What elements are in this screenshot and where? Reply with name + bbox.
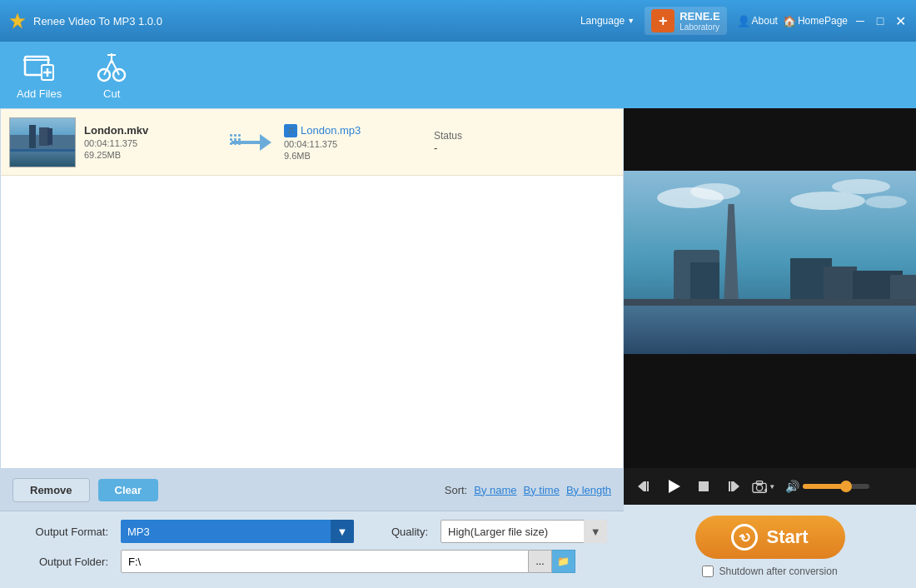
camera-icon: [752, 479, 767, 494]
open-folder-button[interactable]: 📁: [552, 550, 575, 573]
svg-marker-28: [734, 481, 739, 491]
output-file-info: 🎵 London.mp3 00:04:11.375 9.6MB: [284, 124, 434, 161]
settings-area: Output Format: MP3 AAC OGG ▼ Quality: Hi…: [0, 511, 624, 588]
building-2: [690, 262, 719, 304]
homepage-button[interactable]: 🏠 HomePage: [783, 15, 848, 27]
stop-button[interactable]: [692, 475, 715, 498]
about-button[interactable]: 👤 About: [737, 15, 778, 27]
svg-rect-25: [647, 481, 649, 491]
folder-path-input[interactable]: [121, 550, 529, 573]
volume-thumb[interactable]: [840, 481, 852, 492]
source-filename: London.mkv: [84, 124, 217, 137]
svg-rect-30: [729, 481, 730, 491]
renee-cross-icon: +: [651, 9, 675, 32]
svg-marker-23: [638, 481, 644, 491]
quality-select[interactable]: High(Larger file size) Medium Low(Smalle…: [441, 520, 607, 543]
app-logo-icon: [8, 12, 27, 30]
format-select[interactable]: MP3 AAC OGG: [121, 520, 354, 543]
skip-back-button[interactable]: [632, 475, 655, 498]
maximize-button[interactable]: □: [873, 13, 888, 28]
renee-name-text: RENE.E: [680, 10, 719, 22]
about-person-icon: 👤: [737, 15, 750, 27]
svg-marker-26: [669, 480, 680, 493]
svg-rect-15: [234, 134, 236, 137]
camera-button[interactable]: ▼: [752, 475, 775, 498]
sort-by-length-button[interactable]: By length: [566, 484, 611, 496]
cloud-2: [690, 183, 740, 200]
volume-icon: 🔊: [785, 480, 799, 493]
play-icon: [665, 478, 682, 495]
skip-forward-icon: [726, 479, 741, 494]
right-panel: ▼ 🔊 ↻ Start Shutdown after conversion: [624, 108, 916, 588]
svg-rect-18: [234, 138, 236, 141]
output-filename: 🎵 London.mp3: [284, 124, 434, 137]
titlebar: Renee Video To MP3 1.0.0 Language ▼ + RE…: [0, 0, 916, 42]
add-files-button[interactable]: Add Files: [17, 51, 62, 100]
clear-button[interactable]: Clear: [98, 479, 159, 501]
refresh-icon: ↻: [731, 524, 758, 551]
source-file-info: London.mkv 00:04:11.375 69.25MB: [84, 124, 217, 160]
minimize-button[interactable]: ─: [853, 13, 868, 28]
language-label: Language: [580, 15, 625, 27]
svg-rect-29: [731, 481, 734, 491]
file-controls-bar: Remove Clear Sort: By name By time By le…: [0, 469, 624, 511]
svg-rect-21: [234, 142, 236, 145]
browse-folder-button[interactable]: ...: [529, 550, 552, 573]
file-list: London.mkv 00:04:11.375 69.25MB: [0, 108, 624, 469]
shutdown-checkbox[interactable]: [702, 566, 714, 577]
sort-by-name-button[interactable]: By name: [474, 484, 516, 496]
main-area: London.mkv 00:04:11.375 69.25MB: [0, 108, 916, 588]
skip-back-icon: [636, 479, 651, 494]
status-label: Status: [434, 130, 615, 142]
svg-marker-13: [260, 134, 271, 151]
arrow-icon: [230, 132, 271, 152]
format-select-wrapper: MP3 AAC OGG ▼: [121, 520, 354, 543]
toolbar: Add Files Cut: [0, 42, 916, 108]
cloud-5: [865, 196, 907, 208]
file-status-area: Status -: [434, 130, 615, 154]
svg-point-32: [757, 485, 763, 491]
stop-icon: [697, 480, 710, 493]
output-format-label: Output Format:: [17, 526, 108, 538]
output-folder-row: Output Folder: ... 📁: [17, 550, 607, 573]
renee-lab-text: Laboratory: [680, 22, 719, 32]
left-panel: London.mkv 00:04:11.375 69.25MB: [0, 108, 624, 588]
svg-rect-24: [644, 481, 646, 491]
folder-input-wrapper: ... 📁: [121, 550, 575, 573]
skip-forward-button[interactable]: [722, 475, 745, 498]
cut-icon: [95, 51, 128, 84]
volume-control: 🔊: [785, 480, 869, 493]
folder-open-icon: 📁: [557, 556, 570, 567]
water-area: [624, 300, 916, 354]
video-black-bottom: [624, 354, 916, 416]
output-duration: 00:04:11.375: [284, 139, 434, 149]
table-row[interactable]: London.mkv 00:04:11.375 69.25MB: [1, 109, 623, 176]
app-title: Renee Video To MP3 1.0.0: [33, 15, 162, 27]
video-black-top: [624, 108, 916, 171]
cut-button[interactable]: Cut: [95, 51, 128, 100]
start-label: Start: [766, 526, 808, 548]
remove-button[interactable]: Remove: [12, 478, 90, 502]
close-button[interactable]: ✕: [893, 13, 908, 28]
source-size: 69.25MB: [84, 150, 217, 160]
sort-by-time-button[interactable]: By time: [524, 484, 560, 496]
svg-rect-27: [699, 481, 709, 491]
svg-rect-20: [230, 142, 232, 145]
quality-select-wrapper: High(Larger file size) Medium Low(Smalle…: [441, 520, 607, 543]
svg-rect-14: [230, 134, 232, 137]
play-button[interactable]: [662, 475, 685, 498]
quality-label: Quality:: [391, 526, 428, 538]
sort-label: Sort:: [445, 484, 467, 496]
start-button[interactable]: ↻ Start: [695, 516, 845, 559]
cloud-4: [832, 179, 890, 194]
language-button[interactable]: Language ▼: [580, 15, 635, 27]
mp3-file-icon: 🎵: [284, 124, 297, 137]
video-frame: [624, 171, 916, 354]
volume-track[interactable]: [803, 484, 869, 489]
language-chevron-icon: ▼: [627, 17, 635, 25]
sort-area: Sort: By name By time By length: [445, 484, 611, 496]
svg-rect-16: [238, 134, 241, 137]
shard-building: [724, 204, 739, 304]
svg-marker-0: [10, 13, 25, 28]
add-files-label: Add Files: [17, 87, 62, 100]
